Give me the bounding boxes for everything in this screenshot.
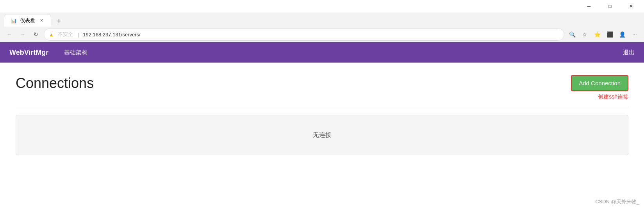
logout-button[interactable]: 退出 (623, 49, 635, 56)
tab-label: 仪表盘 (20, 17, 35, 24)
address-bar[interactable]: ▲ 不安全 | 192.168.237.131/servers/ (44, 28, 564, 41)
create-ssh-link[interactable]: 创建ssh连接 (598, 93, 628, 101)
search-icon[interactable]: 🔍 (567, 29, 578, 40)
address-bar-row: ← → ↻ ▲ 不安全 | 192.168.237.131/servers/ 🔍… (0, 27, 644, 42)
new-tab-button[interactable]: + (53, 16, 65, 27)
maximize-button[interactable]: □ (601, 1, 619, 12)
tab-close-icon[interactable]: ✕ (38, 18, 45, 24)
page-header: Connections Add Connection 创建ssh连接 (16, 75, 628, 107)
forward-button[interactable]: → (17, 29, 28, 40)
back-button[interactable]: ← (4, 29, 15, 40)
app-navbar: WebVirtMgr 基础架构 退出 (0, 42, 644, 63)
url-text: 192.168.237.131/servers/ (83, 32, 559, 38)
share-icon[interactable]: ⬛ (604, 29, 615, 40)
watermark: CSDN @天外来物_ (595, 198, 639, 205)
app-brand: WebVirtMgr (9, 48, 48, 57)
star-icon[interactable]: ☆ (579, 29, 590, 40)
title-bar-top: ─ □ ✕ (0, 0, 644, 13)
url-separator: | (78, 32, 79, 38)
main-content: Connections Add Connection 创建ssh连接 无连接 (0, 63, 644, 168)
tab-bar: 📊 仪表盘 ✕ + (0, 13, 644, 27)
empty-state-label: 无连接 (313, 131, 332, 138)
close-button[interactable]: ✕ (622, 1, 640, 12)
profile-icon[interactable]: 👤 (617, 29, 628, 40)
refresh-button[interactable]: ↻ (30, 29, 41, 40)
add-connection-button[interactable]: Add Connection (571, 75, 628, 91)
tab-favicon: 📊 (11, 18, 17, 24)
active-tab[interactable]: 📊 仪表盘 ✕ (4, 14, 51, 27)
empty-state: 无连接 (16, 115, 628, 155)
warning-icon: ▲ (49, 32, 54, 38)
minimize-button[interactable]: ─ (580, 1, 598, 12)
page-title: Connections (16, 75, 94, 92)
separator: 不安全 (58, 31, 73, 38)
address-bar-actions: 🔍 ☆ ⭐ ⬛ 👤 ··· (567, 29, 640, 40)
nav-item-infrastructure[interactable]: 基础架构 (61, 47, 91, 58)
header-right: Add Connection 创建ssh连接 (571, 75, 628, 101)
more-icon[interactable]: ··· (629, 29, 640, 40)
favorites-icon[interactable]: ⭐ (592, 29, 603, 40)
